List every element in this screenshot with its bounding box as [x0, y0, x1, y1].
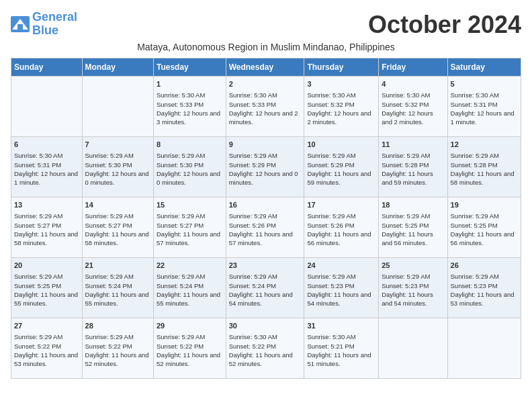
- calendar-cell: 2Sunrise: 5:30 AMSunset: 5:33 PMDaylight…: [226, 77, 304, 137]
- calendar-subtitle: Mataya, Autonomous Region in Muslim Mind…: [11, 42, 521, 52]
- day-info: Sunrise: 5:29 AMSunset: 5:27 PMDaylight:…: [157, 212, 223, 247]
- day-info: Sunrise: 5:30 AMSunset: 5:32 PMDaylight:…: [307, 91, 375, 126]
- calendar-cell: [11, 77, 83, 137]
- calendar-cell: 12Sunrise: 5:29 AMSunset: 5:28 PMDayligh…: [447, 137, 521, 197]
- logo-text: General Blue: [32, 11, 77, 38]
- day-number: 25: [382, 261, 444, 271]
- day-info: Sunrise: 5:30 AMSunset: 5:33 PMDaylight:…: [229, 91, 302, 126]
- day-number: 4: [382, 79, 444, 89]
- day-number: 5: [451, 79, 518, 89]
- calendar-cell: 6Sunrise: 5:30 AMSunset: 5:31 PMDaylight…: [11, 137, 83, 197]
- calendar-cell: 25Sunrise: 5:29 AMSunset: 5:23 PMDayligh…: [379, 258, 447, 318]
- day-info: Sunrise: 5:29 AMSunset: 5:28 PMDaylight:…: [382, 151, 444, 187]
- calendar-week-1: 1Sunrise: 5:30 AMSunset: 5:33 PMDaylight…: [11, 77, 521, 137]
- column-header-wednesday: Wednesday: [226, 58, 304, 77]
- day-info: Sunrise: 5:29 AMSunset: 5:27 PMDaylight:…: [14, 212, 79, 247]
- day-info: Sunrise: 5:29 AMSunset: 5:25 PMDaylight:…: [382, 212, 444, 247]
- calendar-cell: 14Sunrise: 5:29 AMSunset: 5:27 PMDayligh…: [82, 197, 153, 258]
- column-header-friday: Friday: [379, 58, 447, 77]
- day-info: Sunrise: 5:30 AMSunset: 5:31 PMDaylight:…: [451, 91, 518, 126]
- day-number: 30: [229, 321, 302, 331]
- logo-icon: [11, 16, 30, 32]
- calendar-cell: 8Sunrise: 5:29 AMSunset: 5:30 PMDaylight…: [154, 137, 226, 197]
- day-number: 19: [451, 200, 518, 210]
- day-number: 11: [382, 140, 444, 150]
- day-number: 3: [307, 79, 375, 89]
- day-number: 21: [85, 261, 150, 271]
- calendar-cell: 4Sunrise: 5:30 AMSunset: 5:32 PMDaylight…: [379, 77, 447, 137]
- day-number: 10: [307, 140, 375, 150]
- calendar-cell: 1Sunrise: 5:30 AMSunset: 5:33 PMDaylight…: [154, 77, 226, 137]
- day-info: Sunrise: 5:29 AMSunset: 5:22 PMDaylight:…: [85, 332, 150, 368]
- calendar-cell: 13Sunrise: 5:29 AMSunset: 5:27 PMDayligh…: [11, 197, 83, 258]
- calendar-cell: 31Sunrise: 5:30 AMSunset: 5:21 PMDayligh…: [304, 318, 379, 379]
- column-header-thursday: Thursday: [304, 58, 379, 77]
- day-info: Sunrise: 5:29 AMSunset: 5:24 PMDaylight:…: [229, 272, 302, 308]
- page-header: General Blue October 2024: [11, 11, 521, 39]
- day-number: 31: [307, 321, 375, 331]
- calendar-cell: 9Sunrise: 5:29 AMSunset: 5:29 PMDaylight…: [226, 137, 304, 197]
- calendar-cell: 3Sunrise: 5:30 AMSunset: 5:32 PMDaylight…: [304, 77, 379, 137]
- day-info: Sunrise: 5:29 AMSunset: 5:26 PMDaylight:…: [229, 212, 302, 247]
- calendar-week-5: 27Sunrise: 5:29 AMSunset: 5:22 PMDayligh…: [11, 318, 521, 379]
- day-number: 15: [157, 200, 223, 210]
- day-info: Sunrise: 5:29 AMSunset: 5:24 PMDaylight:…: [157, 272, 223, 308]
- day-number: 23: [229, 261, 302, 271]
- day-number: 17: [307, 200, 375, 210]
- calendar-cell: 27Sunrise: 5:29 AMSunset: 5:22 PMDayligh…: [11, 318, 83, 379]
- day-info: Sunrise: 5:30 AMSunset: 5:21 PMDaylight:…: [307, 332, 375, 368]
- day-info: Sunrise: 5:29 AMSunset: 5:25 PMDaylight:…: [451, 212, 518, 247]
- column-header-tuesday: Tuesday: [154, 58, 226, 77]
- logo-general: General: [32, 10, 77, 24]
- day-number: 14: [85, 200, 150, 210]
- calendar-week-3: 13Sunrise: 5:29 AMSunset: 5:27 PMDayligh…: [11, 197, 521, 258]
- column-header-sunday: Sunday: [11, 58, 83, 77]
- day-number: 2: [229, 79, 302, 89]
- calendar-table: SundayMondayTuesdayWednesdayThursdayFrid…: [11, 58, 521, 379]
- calendar-cell: [447, 318, 521, 379]
- day-info: Sunrise: 5:30 AMSunset: 5:32 PMDaylight:…: [382, 91, 444, 126]
- calendar-cell: 17Sunrise: 5:29 AMSunset: 5:26 PMDayligh…: [304, 197, 379, 258]
- day-info: Sunrise: 5:29 AMSunset: 5:28 PMDaylight:…: [451, 151, 518, 187]
- day-number: 16: [229, 200, 302, 210]
- day-info: Sunrise: 5:29 AMSunset: 5:23 PMDaylight:…: [382, 272, 444, 308]
- day-number: 28: [85, 321, 150, 331]
- day-number: 12: [451, 140, 518, 150]
- calendar-cell: [82, 77, 153, 137]
- day-number: 22: [157, 261, 223, 271]
- calendar-cell: 5Sunrise: 5:30 AMSunset: 5:31 PMDaylight…: [447, 77, 521, 137]
- column-header-saturday: Saturday: [447, 58, 521, 77]
- calendar-cell: 10Sunrise: 5:29 AMSunset: 5:29 PMDayligh…: [304, 137, 379, 197]
- calendar-cell: 30Sunrise: 5:30 AMSunset: 5:22 PMDayligh…: [226, 318, 304, 379]
- day-number: 24: [307, 261, 375, 271]
- calendar-cell: 29Sunrise: 5:29 AMSunset: 5:22 PMDayligh…: [154, 318, 226, 379]
- calendar-cell: 20Sunrise: 5:29 AMSunset: 5:25 PMDayligh…: [11, 258, 83, 318]
- day-number: 27: [14, 321, 79, 331]
- day-number: 29: [157, 321, 223, 331]
- calendar-week-4: 20Sunrise: 5:29 AMSunset: 5:25 PMDayligh…: [11, 258, 521, 318]
- day-info: Sunrise: 5:29 AMSunset: 5:22 PMDaylight:…: [157, 332, 223, 368]
- calendar-cell: 16Sunrise: 5:29 AMSunset: 5:26 PMDayligh…: [226, 197, 304, 258]
- day-number: 20: [14, 261, 79, 271]
- day-info: Sunrise: 5:29 AMSunset: 5:23 PMDaylight:…: [307, 272, 375, 308]
- svg-rect-2: [17, 24, 23, 30]
- calendar-cell: 11Sunrise: 5:29 AMSunset: 5:28 PMDayligh…: [379, 137, 447, 197]
- day-number: 13: [14, 200, 79, 210]
- day-info: Sunrise: 5:29 AMSunset: 5:25 PMDaylight:…: [14, 272, 79, 308]
- day-number: 26: [451, 261, 518, 271]
- day-info: Sunrise: 5:29 AMSunset: 5:27 PMDaylight:…: [85, 212, 150, 247]
- column-header-monday: Monday: [82, 58, 153, 77]
- day-info: Sunrise: 5:29 AMSunset: 5:29 PMDaylight:…: [229, 151, 302, 187]
- day-number: 18: [382, 200, 444, 210]
- calendar-cell: 28Sunrise: 5:29 AMSunset: 5:22 PMDayligh…: [82, 318, 153, 379]
- day-info: Sunrise: 5:29 AMSunset: 5:29 PMDaylight:…: [307, 151, 375, 187]
- day-info: Sunrise: 5:30 AMSunset: 5:33 PMDaylight:…: [157, 91, 223, 126]
- calendar-cell: 18Sunrise: 5:29 AMSunset: 5:25 PMDayligh…: [379, 197, 447, 258]
- day-info: Sunrise: 5:29 AMSunset: 5:26 PMDaylight:…: [307, 212, 375, 247]
- day-number: 6: [14, 140, 79, 150]
- day-number: 9: [229, 140, 302, 150]
- day-info: Sunrise: 5:30 AMSunset: 5:31 PMDaylight:…: [14, 151, 79, 187]
- day-number: 7: [85, 140, 150, 150]
- calendar-cell: [379, 318, 447, 379]
- calendar-cell: 26Sunrise: 5:29 AMSunset: 5:23 PMDayligh…: [447, 258, 521, 318]
